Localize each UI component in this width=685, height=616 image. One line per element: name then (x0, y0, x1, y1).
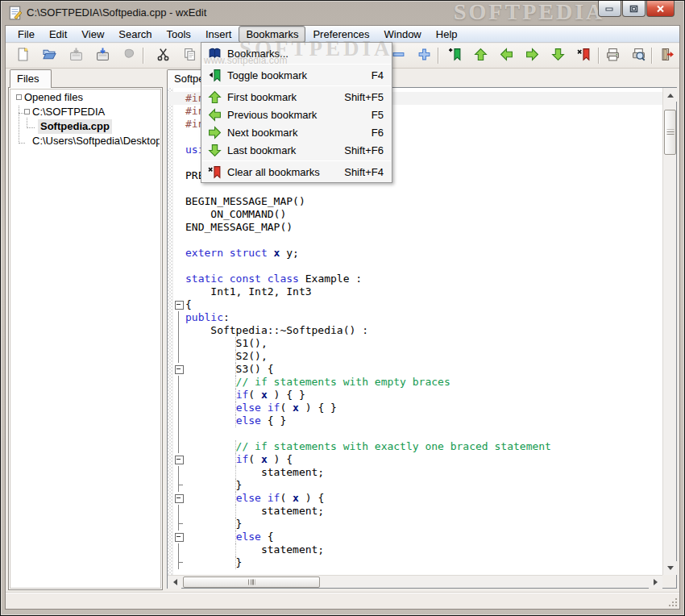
scroll-left-button[interactable] (168, 576, 181, 589)
new-file-button[interactable] (12, 45, 33, 66)
maximize-button[interactable] (622, 1, 646, 17)
book-icon (201, 47, 227, 60)
code-text: } (185, 556, 242, 569)
menu-insert[interactable]: Insert (198, 26, 239, 43)
menu-help[interactable]: Help (429, 26, 465, 43)
menu-item-first-bookmark[interactable]: First bookmarkShift+F5 (201, 88, 392, 106)
close-button[interactable] (646, 1, 675, 17)
tab-files[interactable]: Files (10, 69, 52, 88)
toolbar-separator (143, 48, 143, 64)
menu-item-shortcut: Shift+F5 (344, 91, 392, 103)
tree-expander-icon[interactable] (24, 109, 30, 114)
menu-item-toggle-bookmark[interactable]: Toggle bookmarkF4 (201, 66, 392, 84)
horizontal-scrollbar[interactable] (168, 575, 662, 588)
unknown-disabled-icon (122, 48, 136, 64)
print-button[interactable] (602, 45, 623, 66)
code-line: END_MESSAGE_MAP() (168, 221, 662, 234)
menu-item-next-bookmark[interactable]: Next bookmarkF6 (201, 123, 392, 141)
code-line: BEGIN_MESSAGE_MAP() (168, 195, 662, 208)
code-line: { (168, 298, 662, 311)
unknown-disabled-button[interactable] (118, 45, 139, 66)
fold-collapse-icon[interactable] (173, 531, 184, 543)
previous-bookmark-button[interactable] (496, 45, 517, 66)
exit-button[interactable] (657, 45, 678, 66)
zoom-in-button[interactable] (413, 45, 434, 66)
zoom-in-icon (417, 48, 431, 64)
scroll-down-button[interactable] (663, 561, 677, 575)
menu-item-label: Clear all bookmarks (227, 166, 344, 178)
fold-line (173, 350, 184, 363)
tree-item-label: C:\Users\Softpedia\Desktop (30, 134, 160, 148)
menu-tools[interactable]: Tools (160, 26, 198, 43)
vertical-scrollbar[interactable] (662, 88, 676, 575)
menu-item-bookmarks[interactable]: Bookmarks... (201, 44, 392, 62)
tree-item-c-users-softpedia-desktop[interactable]: C:\Users\Softpedia\Desktop (11, 134, 160, 148)
resize-grip[interactable] (668, 597, 678, 607)
bookmarks-menu-popup: Bookmarks...Toggle bookmarkF4First bookm… (201, 42, 392, 183)
file-tree: Opened filesC:\SOFTPEDIASoftpedia.cppC:\… (11, 90, 160, 587)
arrow-up-icon (201, 90, 227, 104)
fold-collapse-icon[interactable] (173, 363, 184, 376)
code-text: else if( x ) { (185, 492, 324, 505)
tree-expander-icon[interactable] (16, 94, 22, 100)
menu-item-clear-all-bookmarks[interactable]: Clear all bookmarksShift+F4 (201, 163, 392, 181)
code-line: statement; (168, 505, 662, 518)
fold-line (173, 389, 184, 402)
menu-file[interactable]: File (10, 26, 42, 43)
save-as-icon (96, 48, 110, 64)
scroll-up-button[interactable] (663, 88, 677, 102)
save-file-button[interactable] (65, 45, 86, 66)
tree-item-opened-files[interactable]: Opened files (11, 90, 160, 105)
menu-item-shortcut: F4 (372, 69, 392, 81)
menu-item-last-bookmark[interactable]: Last bookmarkShift+F6 (201, 141, 392, 159)
vertical-scroll-thumb[interactable] (664, 110, 676, 155)
menu-item-label: Next bookmark (227, 127, 372, 139)
menu-item-label: Previous bookmark (227, 109, 372, 121)
code-line: public: (168, 311, 662, 324)
code-text: { (185, 298, 192, 311)
last-bookmark-button[interactable] (547, 45, 568, 66)
menu-bookmarks[interactable]: Bookmarks (239, 26, 305, 43)
minimize-button[interactable] (598, 1, 621, 17)
menu-item-label: Last bookmark (227, 144, 344, 156)
menu-item-previous-bookmark[interactable]: Previous bookmarkF5 (201, 106, 392, 123)
print-preview-button[interactable] (628, 45, 649, 66)
next-bookmark-button[interactable] (521, 45, 542, 66)
open-file-button[interactable] (39, 45, 60, 66)
fold-collapse-icon[interactable] (173, 492, 184, 505)
code-text: static const class Example : (185, 273, 362, 285)
menu-search[interactable]: Search (111, 26, 159, 43)
window-title: C:\SOFTPEDIA\Softpedia.cpp - wxEdit (27, 6, 206, 19)
menu-item-shortcut: Shift+F4 (344, 166, 392, 178)
save-as-button[interactable] (92, 45, 113, 66)
print-icon (606, 48, 620, 64)
copy-button[interactable] (179, 45, 200, 66)
add-bookmark-button[interactable] (444, 45, 465, 66)
code-line: S2(), (168, 350, 662, 363)
code-text: statement; (185, 543, 324, 556)
scroll-right-button[interactable] (649, 576, 662, 589)
tree-item-label: Softpedia.cpp (38, 119, 112, 134)
tree-item-c-softpedia[interactable]: C:\SOFTPEDIA (11, 105, 160, 119)
menu-preferences[interactable]: Preferences (305, 26, 376, 43)
code-line: } (168, 479, 662, 492)
clear-bookmarks-icon (577, 48, 591, 64)
code-line: // if statements with empty braces (168, 376, 662, 389)
fold-collapse-icon[interactable] (173, 298, 184, 311)
code-line: Softpedia::~Softpedia() : (168, 324, 662, 337)
clear-bookmarks-button[interactable] (573, 45, 594, 66)
cut-button[interactable] (152, 45, 173, 66)
code-line: Int1, Int2, Int3 (168, 285, 662, 298)
fold-collapse-icon[interactable] (173, 453, 184, 466)
title-bar[interactable]: C:\SOFTPEDIA\Softpedia.cpp - wxEdit SOFT… (1, 1, 684, 25)
horizontal-scroll-thumb[interactable] (183, 576, 320, 588)
tree-item-softpedia.cpp[interactable]: Softpedia.cpp (11, 119, 160, 134)
first-bookmark-button[interactable] (470, 45, 491, 66)
toolbar-separator (651, 48, 652, 64)
menu-item-shortcut: F6 (372, 127, 392, 139)
menu-window[interactable]: Window (377, 26, 429, 43)
fold-line (173, 337, 184, 350)
menu-view[interactable]: View (74, 26, 111, 43)
code-line: extern struct x y; (168, 247, 662, 260)
menu-edit[interactable]: Edit (42, 26, 74, 43)
